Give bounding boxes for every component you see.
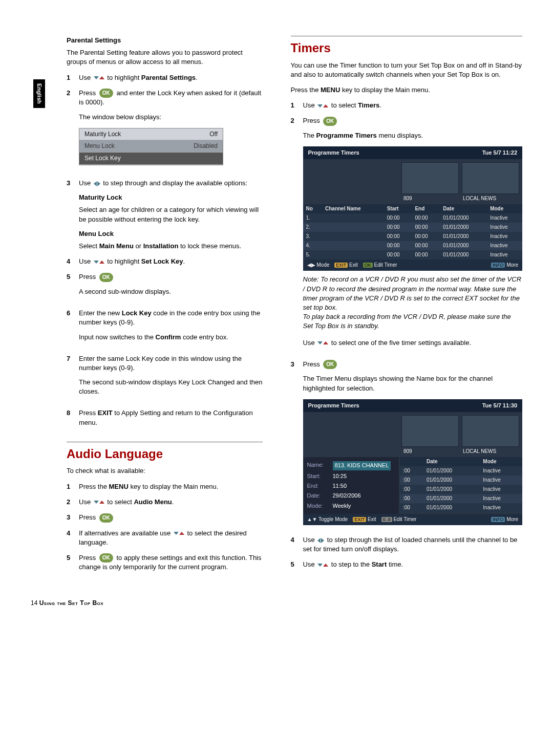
ok-icon: OK [99, 273, 113, 282]
updown-icon [174, 532, 184, 535]
ok-icon: OK [323, 117, 337, 126]
step-num: 7 [67, 354, 74, 403]
step-body: Use to step through and display the avai… [79, 179, 263, 251]
step-body: Press OK and enter the Lock Key when ask… [79, 89, 263, 172]
preview-thumbnail [462, 415, 519, 447]
step-body: Use to highlight Parental Settings. [79, 73, 263, 82]
step-num: 3 [67, 179, 74, 251]
step-num: 1 [67, 73, 74, 82]
step-num: 6 [67, 309, 74, 348]
updown-icon [94, 261, 104, 264]
step-body: Press EXIT to Apply Setting and return t… [79, 408, 263, 427]
updown-icon [317, 341, 328, 344]
step-num: 5 [67, 272, 74, 303]
parental-intro: The Parental Setting feature allows you … [67, 48, 263, 67]
page-footer: 14 Using the Set Top Box [31, 599, 522, 608]
updown-icon [317, 104, 328, 107]
updown-icon [94, 501, 104, 504]
audio-heading: Audio Language [67, 445, 263, 463]
step-body: Use to highlight Set Lock Key. [79, 257, 263, 266]
updown-icon [317, 564, 328, 567]
divider [291, 36, 523, 36]
timer-form: Name:813. KIDS CHANNELStart:10:25End:11:… [303, 457, 399, 514]
ok-icon: OK [99, 553, 113, 563]
programme-timers-edit-window: Programme Timers Tue 5/7 11:30 809 LOCAL… [303, 399, 523, 525]
ok-icon: OK [323, 360, 337, 369]
step-body: Press OK A second sub-window displays. [79, 272, 263, 303]
preview-thumbnail [401, 162, 459, 194]
leftright-icon [94, 181, 100, 186]
step-num: 8 [67, 408, 74, 427]
ok-icon: OK [99, 89, 113, 98]
divider [67, 442, 263, 442]
language-tab: English [33, 79, 45, 108]
timers-intro: You can use the Timer function to turn y… [291, 61, 523, 79]
parental-heading: Parental Settings [67, 36, 263, 45]
step-body: Enter the new Lock Key code in the code … [79, 309, 263, 348]
preview-thumbnail [462, 162, 519, 194]
timer-table: No Channel Name Start End Date Mode 1.00… [303, 204, 523, 260]
parental-settings-window: Maturity LockOff Menu LockDisabled Set L… [79, 128, 223, 165]
updown-icon [94, 76, 104, 79]
ok-icon: OK [99, 513, 113, 523]
preview-thumbnail [401, 415, 459, 447]
timer-note: Note: To record on a VCR / DVD R you mus… [303, 275, 523, 331]
audio-intro: To check what is available: [67, 466, 263, 476]
timers-heading: Timers [291, 39, 523, 57]
step-body: Enter the same Lock Key code in this win… [79, 354, 263, 403]
step-num: 4 [67, 257, 74, 266]
menu-instruction: Press the MENU key to display the Main m… [291, 85, 523, 95]
step-num: 2 [67, 89, 74, 172]
programme-timers-window: Programme Timers Tue 5/7 11:22 809 LOCAL… [303, 146, 523, 271]
leftright-icon [317, 538, 324, 543]
